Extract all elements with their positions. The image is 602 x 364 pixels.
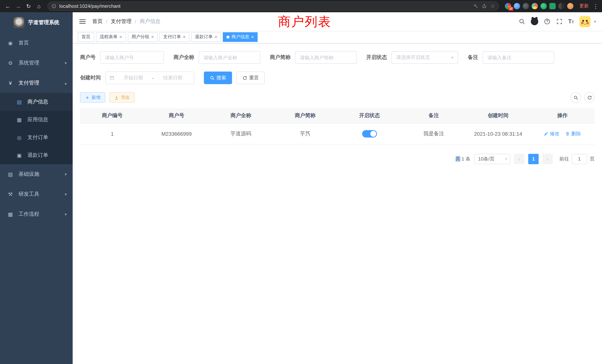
delete-link[interactable]: 删除 [565, 130, 581, 137]
dashboard-icon: ◉ [7, 40, 13, 46]
browser-update-button[interactable]: 更新 [576, 2, 592, 10]
start-date-placeholder[interactable]: 开始日期 [116, 75, 151, 81]
date-range-picker[interactable]: 开始日期 - 结束日期 [105, 72, 194, 84]
breadcrumb-separator: / [135, 19, 136, 24]
chevron-down-icon: ▾ [451, 55, 453, 60]
merchant-short-name-label: 商户简称 [270, 54, 291, 61]
next-page-button[interactable]: › [542, 154, 553, 164]
tab-close-icon[interactable]: × [151, 34, 154, 39]
sidebar-item-app-info[interactable]: ▦ 应用信息 [0, 111, 73, 129]
address-bar[interactable]: localhost:1024/pay/merchant ☆ [47, 1, 499, 11]
share-icon[interactable] [482, 4, 487, 9]
edit-link[interactable]: 修改 [544, 130, 559, 137]
extension-icon-3[interactable] [523, 3, 529, 9]
chevron-down-icon: ▾ [65, 61, 67, 65]
password-key-icon[interactable] [473, 4, 478, 9]
table-row: 1 M233666999 芋道源码 芋艿 我是备注 2021-10-23 08:… [80, 123, 595, 144]
tab-process-form[interactable]: 流程表单 × [96, 32, 126, 42]
extension-icon-4[interactable] [532, 3, 538, 9]
merchant-table: 商户编号 商户号 商户全称 商户简称 开启状态 备注 创建时间 操作 1 [80, 108, 595, 144]
remark-label: 备注 [468, 54, 478, 61]
extension-icons: 10 [503, 3, 576, 9]
extension-icon-6[interactable] [549, 3, 556, 9]
browser-forward-icon[interactable]: → [13, 1, 23, 11]
fullscreen-icon[interactable] [556, 18, 562, 25]
goto-page-input[interactable] [572, 154, 587, 164]
sidebar-item-merchant-info[interactable]: ▤ 商户信息 [0, 93, 73, 111]
merchant-full-name-input[interactable] [199, 51, 260, 64]
status-label: 开启状态 [366, 54, 387, 61]
extension-icon-8[interactable] [567, 3, 573, 9]
field-status: 开启状态 请选择开启状态 ▾ [366, 51, 458, 64]
tab-close-icon[interactable]: × [119, 34, 122, 39]
toggle-search-button[interactable] [570, 92, 581, 103]
header-merchant-id: 商户编号 [80, 108, 144, 123]
tab-merchant-info[interactable]: 商户信息 × [223, 32, 258, 42]
header-full-name: 商户全称 [209, 108, 273, 123]
tab-close-icon[interactable]: × [183, 34, 185, 39]
browser-menu-icon[interactable]: ⋮ [592, 3, 599, 10]
extension-icon-7[interactable] [558, 3, 565, 9]
cell-merchant-no: M233666999 [144, 123, 209, 144]
field-merchant-short-name: 商户简称 [270, 51, 357, 64]
extension-icon-2[interactable] [514, 3, 520, 9]
search-icon[interactable] [518, 18, 525, 25]
url-text[interactable]: localhost:1024/pay/merchant [59, 3, 471, 9]
tab-home[interactable]: 首页 [78, 32, 94, 42]
font-size-icon[interactable]: TT [568, 19, 574, 24]
site-info-icon[interactable] [52, 4, 56, 9]
navbar-actions: TT ▾ [518, 16, 596, 27]
prev-page-button[interactable]: ‹ [514, 154, 525, 164]
breadcrumb-home[interactable]: 首页 [92, 18, 103, 25]
reset-button[interactable]: 重置 [236, 72, 265, 84]
tab-close-icon[interactable]: × [251, 34, 254, 39]
tab-close-icon[interactable]: × [215, 34, 217, 39]
remark-input[interactable] [483, 51, 554, 64]
field-merchant-full-name: 商户全称 [173, 51, 260, 64]
trash-icon [565, 131, 570, 136]
merchant-full-name-label: 商户全称 [173, 54, 194, 61]
app-grid-icon: ▦ [16, 117, 22, 123]
github-icon[interactable] [531, 18, 538, 25]
user-avatar[interactable] [580, 16, 591, 27]
gear-icon: ⚙ [7, 60, 13, 66]
page-number-button[interactable]: 1 [528, 154, 539, 164]
hamburger-icon[interactable] [79, 19, 86, 24]
sidebar-menu: ◉ 首页 ⚙ 系统管理 ▾ ¥ 支付管理 ▴ ▤ 商户信息 [0, 33, 73, 224]
download-icon [114, 95, 119, 100]
search-button[interactable]: 搜索 [204, 72, 232, 84]
app-logo[interactable]: 芋道管理系统 [0, 12, 73, 33]
extension-icon-5[interactable] [540, 3, 547, 9]
export-button[interactable]: 导出 [109, 92, 135, 103]
breadcrumb-payment[interactable]: 支付管理 [111, 18, 132, 25]
merchant-no-input[interactable] [100, 51, 164, 64]
avatar-caret-icon[interactable]: ▾ [594, 19, 596, 24]
tab-refund-order[interactable]: 退款订单 × [191, 32, 221, 42]
end-date-placeholder[interactable]: 结束日期 [155, 75, 190, 81]
merchant-no-label: 商户号 [80, 54, 96, 61]
merchant-short-name-input[interactable] [295, 51, 357, 64]
sidebar-group-system[interactable]: ⚙ 系统管理 ▾ [0, 53, 73, 73]
bookmark-star-icon[interactable]: ☆ [491, 4, 495, 9]
browser-back-icon[interactable]: ← [3, 1, 13, 11]
sidebar-item-home[interactable]: ◉ 首页 [0, 33, 73, 53]
browser-reload-icon[interactable]: ↻ [24, 1, 33, 11]
tab-pay-order[interactable]: 支付订单 × [159, 32, 189, 42]
sidebar-group-infra[interactable]: ▧ 基础设施 ▾ [0, 164, 73, 184]
extension-icon-1[interactable]: 10 [505, 3, 511, 9]
calendar-icon [109, 75, 115, 80]
browser-home-icon[interactable]: ⌂ [34, 1, 44, 11]
sidebar-group-devtools[interactable]: ⚒ 研发工具 ▾ [0, 184, 73, 204]
cell-status [337, 123, 402, 144]
status-select[interactable]: 请选择开启状态 ▾ [391, 51, 458, 64]
sidebar-group-workflow[interactable]: ▩ 工作流程 ▾ [0, 204, 73, 224]
sidebar-item-pay-order[interactable]: ◎ 支付订单 [0, 129, 73, 146]
refresh-table-button[interactable] [584, 92, 595, 103]
status-switch[interactable] [362, 130, 377, 137]
tab-user-group[interactable]: 用户分组 × [128, 32, 158, 42]
help-icon[interactable] [544, 18, 550, 25]
sidebar-item-refund-order[interactable]: ▣ 退款订单 [0, 146, 73, 164]
add-button[interactable]: 新增 [80, 92, 105, 103]
sidebar-group-payment[interactable]: ¥ 支付管理 ▴ [0, 73, 73, 93]
page-size-select[interactable]: 10条/页 ▾ [474, 154, 510, 164]
